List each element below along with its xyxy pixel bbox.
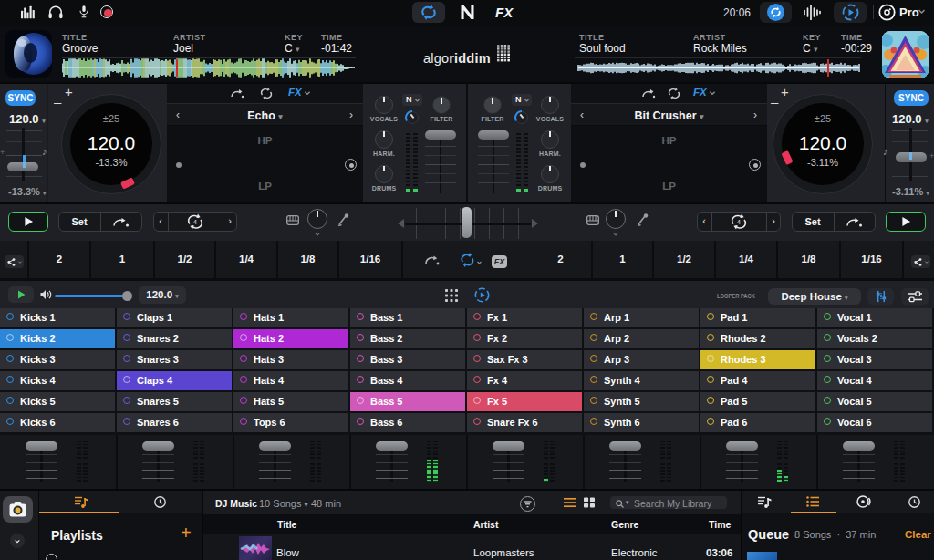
svg-text:4: 4 xyxy=(737,219,741,225)
svg-text:4: 4 xyxy=(193,219,197,225)
